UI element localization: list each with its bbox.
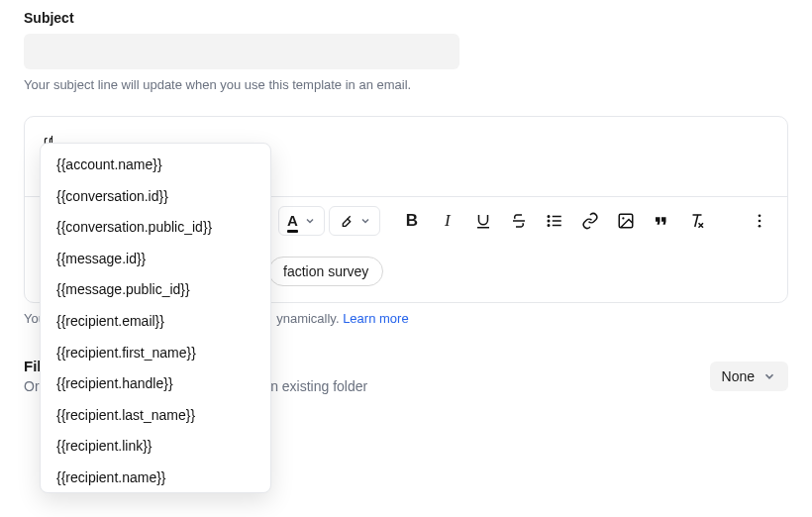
- autocomplete-item[interactable]: {{conversation.id}}: [41, 181, 270, 213]
- link-button[interactable]: [574, 205, 606, 237]
- clear-format-button[interactable]: [681, 205, 713, 237]
- bullet-list-button[interactable]: [539, 205, 570, 237]
- strikethrough-icon: [510, 212, 528, 230]
- autocomplete-item[interactable]: {{recipient.handle}}: [41, 368, 270, 400]
- list-icon: [546, 212, 563, 230]
- quote-button[interactable]: [646, 205, 677, 237]
- subject-label: Subject: [24, 10, 788, 26]
- bold-button[interactable]: B: [396, 205, 428, 237]
- autocomplete-item[interactable]: {{recipient.last_name}}: [41, 400, 270, 432]
- chevron-down-icon: [762, 369, 776, 383]
- svg-point-6: [759, 220, 761, 223]
- autocomplete-dropdown: {{account.name}} {{conversation.id}} {{c…: [40, 143, 271, 493]
- more-button[interactable]: [744, 205, 775, 237]
- strikethrough-button[interactable]: [503, 205, 535, 237]
- svg-point-0: [548, 216, 550, 218]
- highlighter-icon: [338, 213, 354, 229]
- image-icon: [617, 212, 635, 230]
- chevron-down-icon: [304, 215, 316, 227]
- underline-icon: [474, 212, 492, 230]
- svg-point-4: [622, 217, 624, 219]
- text-color-icon: A: [287, 212, 298, 229]
- more-vertical-icon: [751, 212, 768, 230]
- svg-point-7: [759, 225, 761, 228]
- subject-helper: Your subject line will update when you u…: [24, 77, 788, 92]
- italic-button[interactable]: I: [432, 205, 463, 237]
- autocomplete-item[interactable]: {{recipient.email}}: [41, 306, 270, 338]
- clear-format-icon: [688, 212, 706, 230]
- bold-icon: B: [406, 211, 418, 231]
- quote-icon: [653, 212, 670, 230]
- autocomplete-item[interactable]: {{conversation.public_id}}: [41, 212, 270, 244]
- folder-select[interactable]: None: [710, 362, 788, 391]
- autocomplete-item[interactable]: {{recipient.link}}: [41, 431, 270, 463]
- autocomplete-item[interactable]: {{account.name}}: [41, 150, 270, 181]
- chevron-down-icon: [359, 215, 371, 227]
- autocomplete-item[interactable]: {{message.id}}: [41, 244, 270, 275]
- autocomplete-item[interactable]: {{recipient.name}}: [41, 463, 270, 493]
- highlight-color-button[interactable]: [329, 206, 380, 236]
- svg-point-1: [548, 220, 550, 222]
- autocomplete-item[interactable]: {{message.public_id}}: [41, 274, 270, 306]
- folder-select-label: None: [722, 368, 755, 384]
- autocomplete-item[interactable]: {{recipient.first_name}}: [41, 338, 270, 369]
- underline-button[interactable]: [467, 205, 499, 237]
- image-button[interactable]: [610, 205, 642, 237]
- subject-input[interactable]: [24, 34, 459, 69]
- chip-survey[interactable]: faction survey: [268, 257, 383, 286]
- svg-point-2: [548, 225, 550, 227]
- learn-more-link[interactable]: Learn more: [343, 311, 408, 326]
- text-color-button[interactable]: A: [278, 206, 325, 236]
- italic-icon: I: [445, 211, 451, 231]
- link-icon: [581, 212, 599, 230]
- svg-point-5: [759, 214, 761, 217]
